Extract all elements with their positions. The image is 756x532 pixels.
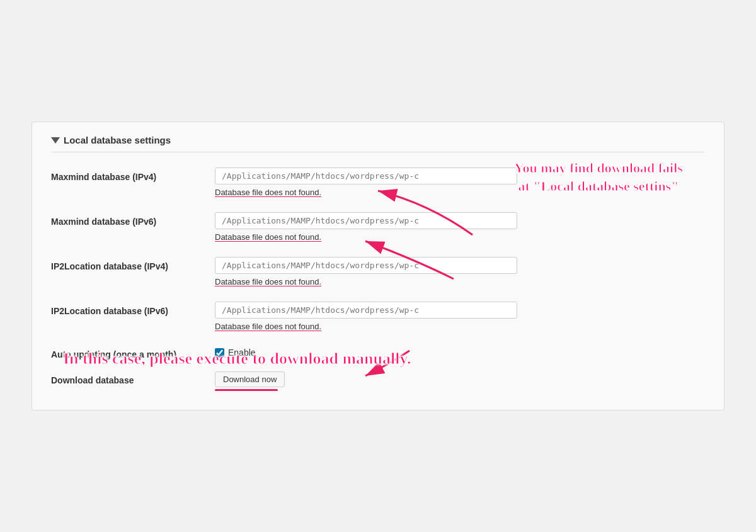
maxmind-ipv6-input[interactable] bbox=[215, 212, 517, 229]
settings-panel: Local database settings Maxmind database… bbox=[32, 122, 724, 410]
maxmind-ipv4-content: Database file does not found. bbox=[215, 167, 705, 197]
download-now-button[interactable]: Download now bbox=[215, 371, 285, 387]
panel-title-text: Local database settings bbox=[64, 135, 171, 145]
maxmind-ipv4-input[interactable] bbox=[215, 167, 517, 184]
ip2location-ipv4-error: Database file does not found. bbox=[215, 277, 321, 286]
ip2location-ipv4-input[interactable] bbox=[215, 257, 517, 274]
ip2location-ipv6-label: IP2Location database (IPv6) bbox=[51, 302, 215, 318]
ip2location-ipv6-error: Database file does not found. bbox=[215, 322, 321, 331]
maxmind-ipv4-label: Maxmind database (IPv4) bbox=[51, 167, 215, 184]
auto-update-checkbox-group: Enable bbox=[215, 346, 256, 358]
ip2location-ipv6-input[interactable] bbox=[215, 302, 517, 319]
maxmind-ipv6-error: Database file does not found. bbox=[215, 232, 321, 242]
ip2location-ipv4-content: Database file does not found. bbox=[215, 257, 705, 286]
download-database-row: Download database Download now bbox=[51, 371, 705, 391]
collapse-icon bbox=[51, 137, 60, 144]
auto-update-label: Auto updating (once a month) bbox=[51, 346, 215, 361]
auto-update-checkbox-label: Enable bbox=[228, 348, 256, 358]
maxmind-ipv4-error: Database file does not found. bbox=[215, 188, 321, 197]
auto-update-row: Auto updating (once a month) Enable bbox=[51, 346, 705, 361]
maxmind-ipv6-content: Database file does not found. bbox=[215, 212, 705, 242]
download-database-content: Download now bbox=[215, 371, 285, 391]
auto-update-checkbox[interactable] bbox=[215, 348, 224, 358]
ip2location-ipv6-row: IP2Location database (IPv6) Database fil… bbox=[51, 302, 705, 331]
maxmind-ipv6-label: Maxmind database (IPv6) bbox=[51, 212, 215, 229]
pink-underline-decoration bbox=[215, 389, 278, 391]
ip2location-ipv4-label: IP2Location database (IPv4) bbox=[51, 257, 215, 273]
download-database-label: Download database bbox=[51, 371, 215, 385]
maxmind-ipv4-row: Maxmind database (IPv4) Database file do… bbox=[51, 167, 705, 197]
ip2location-ipv4-row: IP2Location database (IPv4) Database fil… bbox=[51, 257, 705, 286]
ip2location-ipv6-content: Database file does not found. bbox=[215, 302, 705, 331]
maxmind-ipv6-row: Maxmind database (IPv6) Database file do… bbox=[51, 212, 705, 242]
panel-title: Local database settings bbox=[51, 135, 705, 152]
